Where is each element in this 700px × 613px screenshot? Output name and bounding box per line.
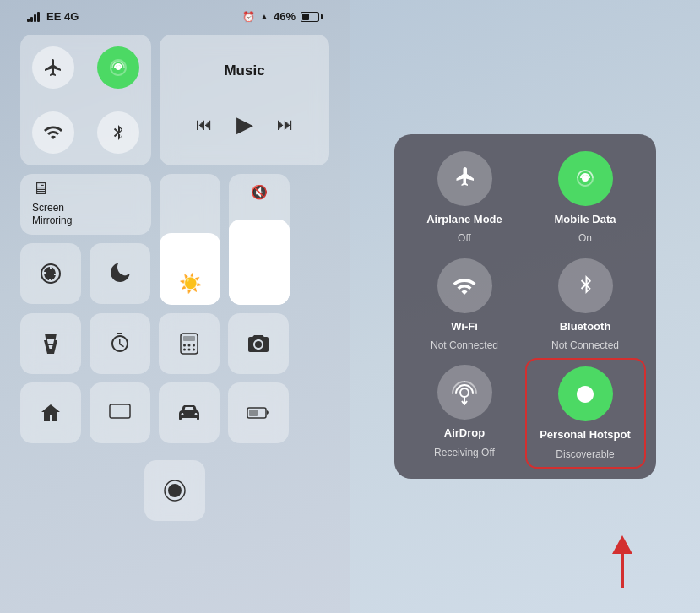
flashlight-tile[interactable] (20, 313, 81, 374)
popup-bluetooth-icon[interactable] (558, 258, 613, 313)
popup-bluetooth-label: Bluetooth (560, 320, 611, 334)
record-row (20, 452, 329, 521)
battery-tile[interactable] (228, 382, 289, 443)
fast-forward-button[interactable]: ⏭ (277, 115, 294, 134)
svg-point-5 (193, 344, 195, 347)
moon-tile[interactable] (90, 243, 150, 304)
row-3 (20, 313, 329, 374)
popup-hotspot-icon[interactable] (558, 366, 613, 421)
screen-mirroring-label: ScreenMirroring (32, 202, 72, 226)
mute-icon: 🔇 (251, 184, 268, 200)
arrow-container (612, 535, 632, 588)
popup-bluetooth-sublabel: Not Connected (551, 339, 619, 351)
battery-icon (301, 12, 323, 22)
battery-fill (302, 14, 309, 20)
popup-airplane[interactable]: Airplane Mode Off (411, 151, 518, 245)
airplane-cell[interactable] (20, 35, 86, 100)
play-button[interactable]: ▶ (236, 111, 253, 138)
music-tile[interactable]: Music ⏮ ▶ ⏭ (160, 35, 329, 165)
arrow-line (621, 554, 624, 588)
svg-point-6 (183, 349, 186, 351)
popup-airdrop[interactable]: AirDrop Receiving Off (411, 365, 518, 462)
popup-mobile-data-sublabel: On (578, 232, 592, 244)
camera-tile[interactable] (228, 313, 289, 374)
popup-hotspot[interactable]: Personal Hotspot Discoverable (525, 358, 646, 469)
popup-mobile-data[interactable]: Mobile Data On (532, 151, 639, 245)
signal-bar-3 (34, 14, 36, 22)
cellular-cell[interactable] (86, 35, 152, 100)
signal-bars (27, 12, 40, 22)
signal-bar-1 (27, 19, 30, 22)
svg-point-16 (460, 388, 469, 397)
popup-airplane-label: Airplane Mode (426, 213, 502, 226)
status-right: ⏰ ▲ 46% (242, 10, 323, 23)
location-icon: ▲ (260, 12, 269, 21)
popup-airplane-icon[interactable] (437, 151, 492, 206)
svg-rect-2 (183, 336, 195, 341)
appletv-tile[interactable] (90, 382, 150, 443)
popup-mobile-data-icon[interactable] (558, 151, 613, 206)
popup-airdrop-label: AirDrop (444, 426, 485, 440)
arrow-up (612, 535, 632, 554)
popup-airplane-sublabel: Off (458, 232, 471, 244)
popup-wifi[interactable]: Wi-Fi Not Connected (411, 258, 518, 352)
popup-mobile-data-label: Mobile Data (555, 213, 616, 226)
bluetooth-cell[interactable] (86, 100, 152, 166)
svg-point-7 (188, 349, 191, 351)
popup-airdrop-icon[interactable] (437, 365, 492, 420)
screen-mirroring-icon: 🖥 (32, 179, 49, 198)
screen-mirroring-tile[interactable]: 🖥 ScreenMirroring (20, 174, 151, 235)
home-tile[interactable] (20, 382, 81, 443)
right-panel: Airplane Mode Off Mobile Data On W (350, 0, 700, 613)
popup-hotspot-sublabel: Discoverable (556, 448, 614, 460)
calculator-tile[interactable] (159, 313, 220, 374)
popup-hotspot-label: Personal Hotspot (540, 428, 631, 442)
svg-point-18 (583, 392, 588, 396)
popup-wifi-sublabel: Not Connected (431, 339, 498, 351)
screen-container: EE 4G ⏰ ▲ 46% (0, 0, 700, 613)
rewind-button[interactable]: ⏮ (196, 115, 213, 134)
signal-bar-4 (37, 12, 40, 22)
popup-grid: Airplane Mode Off Mobile Data On W (411, 151, 639, 463)
airplane-button[interactable] (32, 46, 74, 89)
left-panel: EE 4G ⏰ ▲ 46% (0, 0, 350, 613)
battery-percent: 46% (274, 10, 296, 23)
row-1: Music ⏮ ▶ ⏭ (20, 35, 329, 165)
wifi-cell[interactable] (20, 100, 86, 166)
svg-rect-12 (249, 410, 258, 416)
timer-tile[interactable] (90, 313, 150, 374)
brightness-icon: ☀️ (179, 273, 202, 295)
brightness-slider[interactable]: ☀️ (160, 174, 220, 305)
alarm-icon: ⏰ (242, 11, 255, 23)
wifi-button[interactable] (32, 111, 74, 154)
bluetooth-button[interactable] (97, 111, 139, 154)
screen-record-tile[interactable] (144, 460, 205, 521)
music-title: Music (224, 62, 264, 79)
battery-body (301, 12, 319, 22)
svg-point-4 (188, 344, 191, 347)
signal-bar-2 (30, 17, 33, 22)
status-left: EE 4G (27, 10, 79, 23)
svg-rect-10 (110, 404, 130, 418)
cellular-button[interactable] (97, 46, 139, 89)
popup-bluetooth[interactable]: Bluetooth Not Connected (532, 258, 639, 352)
svg-point-13 (168, 484, 182, 497)
row-2: 🖥 ScreenMirroring (20, 174, 329, 305)
status-bar: EE 4G ⏰ ▲ 46% (20, 0, 329, 30)
popup-panel: Airplane Mode Off Mobile Data On W (394, 134, 656, 480)
control-center-grid: Music ⏮ ▶ ⏭ 🖥 ScreenMirroring (20, 30, 329, 526)
row-4 (20, 382, 329, 443)
svg-point-15 (582, 175, 589, 182)
music-controls: ⏮ ▶ ⏭ (196, 111, 294, 138)
focus-tile[interactable] (20, 243, 81, 304)
popup-wifi-label: Wi-Fi (451, 320, 478, 334)
carplay-tile[interactable] (159, 382, 220, 443)
svg-point-0 (116, 65, 121, 70)
svg-point-8 (193, 349, 195, 351)
carrier-label: EE 4G (46, 10, 79, 23)
popup-airdrop-sublabel: Receiving Off (434, 447, 495, 458)
network-tile[interactable] (20, 35, 151, 165)
battery-tip (321, 14, 323, 19)
popup-wifi-icon[interactable] (437, 258, 492, 313)
volume-slider[interactable]: 🔇 (229, 174, 290, 305)
